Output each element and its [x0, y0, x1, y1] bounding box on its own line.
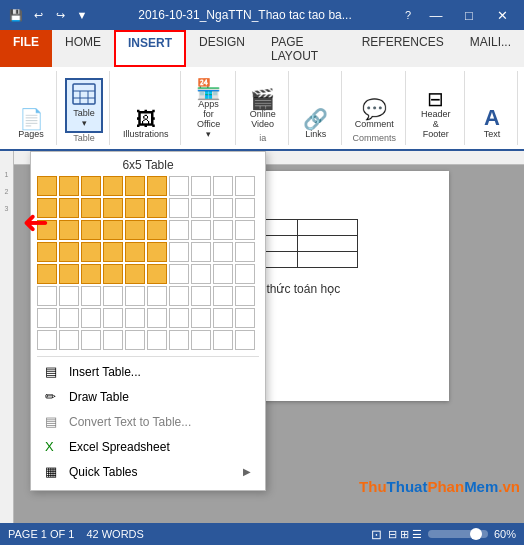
grid-cell[interactable] — [191, 176, 211, 196]
maximize-btn[interactable]: □ — [453, 4, 485, 26]
grid-cell[interactable] — [213, 242, 233, 262]
zoom-handle[interactable] — [470, 528, 482, 540]
grid-cell[interactable] — [169, 220, 189, 240]
grid-cell[interactable] — [169, 242, 189, 262]
grid-cell[interactable] — [191, 220, 211, 240]
grid-cell[interactable] — [59, 330, 79, 350]
grid-cell[interactable] — [147, 198, 167, 218]
grid-cell[interactable] — [125, 220, 145, 240]
grid-cell[interactable] — [235, 286, 255, 306]
grid-cell[interactable] — [103, 176, 123, 196]
grid-cell[interactable] — [147, 242, 167, 262]
grid-cell[interactable] — [191, 242, 211, 262]
print-layout-icon[interactable]: ⊟ — [388, 528, 397, 541]
minimize-btn[interactable]: — — [420, 4, 452, 26]
grid-cell[interactable] — [125, 264, 145, 284]
table-button[interactable]: Table ▾ — [65, 78, 103, 133]
grid-cell[interactable] — [235, 198, 255, 218]
excel-spreadsheet-item[interactable]: X Excel Spreadsheet — [37, 434, 259, 459]
grid-cell[interactable] — [59, 220, 79, 240]
grid-cell[interactable] — [213, 330, 233, 350]
grid-cell[interactable] — [125, 176, 145, 196]
grid-cell[interactable] — [213, 220, 233, 240]
grid-cell[interactable] — [103, 198, 123, 218]
help-btn[interactable]: ? — [398, 5, 418, 25]
grid-cell[interactable] — [125, 286, 145, 306]
grid-cell[interactable] — [213, 198, 233, 218]
table-grid[interactable] — [37, 176, 259, 350]
headerfooter-button[interactable]: ⊟ Header &Footer — [414, 85, 458, 143]
grid-cell[interactable] — [147, 330, 167, 350]
grid-cell[interactable] — [81, 286, 101, 306]
grid-cell[interactable] — [213, 176, 233, 196]
save-quickaccess[interactable]: 💾 — [6, 5, 26, 25]
grid-cell[interactable] — [147, 220, 167, 240]
grid-cell[interactable] — [169, 264, 189, 284]
grid-cell[interactable] — [81, 220, 101, 240]
grid-cell[interactable] — [169, 286, 189, 306]
grid-cell[interactable] — [37, 242, 57, 262]
outline-view-icon[interactable]: ☰ — [412, 528, 422, 541]
grid-cell[interactable] — [103, 330, 123, 350]
zoom-slider[interactable] — [428, 530, 488, 538]
comment-button[interactable]: 💬 Comment — [350, 95, 399, 133]
grid-cell[interactable] — [191, 286, 211, 306]
grid-cell[interactable] — [37, 308, 57, 328]
grid-cell[interactable] — [169, 176, 189, 196]
grid-cell[interactable] — [103, 286, 123, 306]
tab-design[interactable]: DESIGN — [186, 30, 258, 67]
grid-cell[interactable] — [213, 286, 233, 306]
grid-cell[interactable] — [235, 330, 255, 350]
grid-cell[interactable] — [59, 176, 79, 196]
grid-cell[interactable] — [37, 264, 57, 284]
grid-cell[interactable] — [103, 264, 123, 284]
tab-home[interactable]: HOME — [52, 30, 114, 67]
grid-cell[interactable] — [169, 308, 189, 328]
tab-mailings[interactable]: MAILI... — [457, 30, 524, 67]
grid-cell[interactable] — [81, 330, 101, 350]
grid-cell[interactable] — [235, 176, 255, 196]
tab-file[interactable]: FILE — [0, 30, 52, 67]
tab-pagelayout[interactable]: PAGE LAYOUT — [258, 30, 349, 67]
grid-cell[interactable] — [103, 308, 123, 328]
insert-table-item[interactable]: ▤ Insert Table... — [37, 359, 259, 384]
grid-cell[interactable] — [37, 330, 57, 350]
undo-quickaccess[interactable]: ↩ — [28, 5, 48, 25]
grid-cell[interactable] — [59, 264, 79, 284]
grid-cell[interactable] — [81, 176, 101, 196]
grid-cell[interactable] — [213, 308, 233, 328]
grid-cell[interactable] — [147, 264, 167, 284]
pages-button[interactable]: 📄 Pages — [12, 105, 50, 143]
grid-cell[interactable] — [125, 330, 145, 350]
grid-cell[interactable] — [169, 198, 189, 218]
grid-cell[interactable] — [235, 308, 255, 328]
tab-insert[interactable]: INSERT — [114, 30, 186, 67]
grid-cell[interactable] — [191, 264, 211, 284]
tab-references[interactable]: REFERENCES — [349, 30, 457, 67]
grid-cell[interactable] — [235, 220, 255, 240]
grid-cell[interactable] — [103, 220, 123, 240]
grid-cell[interactable] — [59, 198, 79, 218]
grid-cell[interactable] — [235, 264, 255, 284]
grid-cell[interactable] — [103, 242, 123, 262]
grid-cell[interactable] — [37, 176, 57, 196]
grid-cell[interactable] — [125, 198, 145, 218]
quick-tables-item[interactable]: ▦ Quick Tables ▶ — [37, 459, 259, 484]
grid-cell[interactable] — [147, 308, 167, 328]
grid-cell[interactable] — [125, 242, 145, 262]
grid-cell[interactable] — [37, 286, 57, 306]
grid-cell[interactable] — [147, 286, 167, 306]
links-button[interactable]: 🔗 Links — [297, 105, 335, 143]
grid-cell[interactable] — [191, 198, 211, 218]
grid-cell[interactable] — [81, 242, 101, 262]
grid-cell[interactable] — [235, 242, 255, 262]
grid-cell[interactable] — [213, 264, 233, 284]
zoom-level[interactable]: 60% — [494, 528, 516, 540]
draw-table-item[interactable]: ✏ Draw Table — [37, 384, 259, 409]
apps-button[interactable]: 🏪 Apps forOffice ▾ — [189, 75, 229, 143]
grid-cell[interactable] — [81, 264, 101, 284]
illustrations-button[interactable]: 🖼 Illustrations — [118, 105, 174, 143]
grid-cell[interactable] — [81, 198, 101, 218]
close-btn[interactable]: ✕ — [486, 4, 518, 26]
web-view-icon[interactable]: ⊞ — [400, 528, 409, 541]
